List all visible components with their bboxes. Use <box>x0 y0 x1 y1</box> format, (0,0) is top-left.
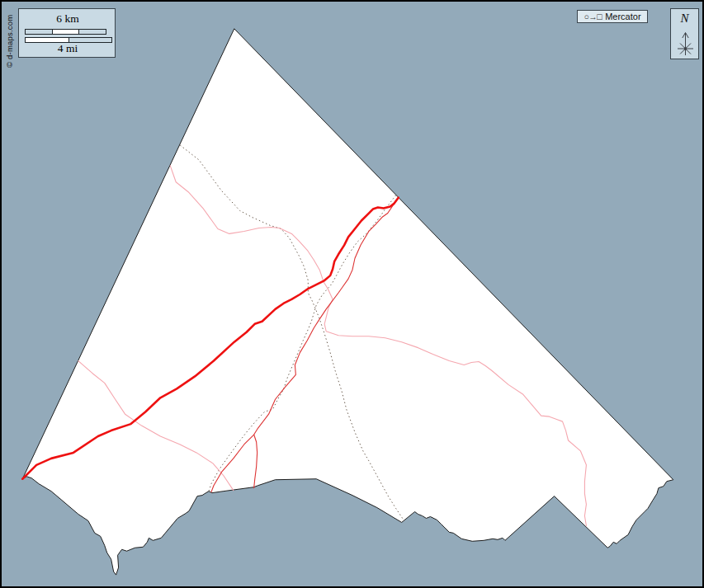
compass-rose-icon <box>671 27 700 59</box>
scale-segment <box>78 30 106 34</box>
compass-box: N <box>670 8 699 59</box>
scale-box: 6 km 4 mi <box>18 8 116 58</box>
projection-box: ○→□ Mercator <box>577 10 648 23</box>
county-outline <box>22 29 673 575</box>
scale-bar-km <box>25 29 106 35</box>
copyright-label: © d-maps.com <box>5 15 14 68</box>
scale-mi-label: 4 mi <box>25 42 111 55</box>
compass-north-label: N <box>671 12 698 26</box>
projection-label: Mercator <box>605 12 640 21</box>
scale-segment <box>26 30 52 34</box>
map-canvas: © d-maps.com 6 km 4 mi ○→□ Mercator N <box>0 0 704 588</box>
scale-km-label: 6 km <box>25 12 111 26</box>
projection-icon: ○→□ <box>584 12 602 21</box>
county-map <box>2 2 702 586</box>
scale-segment <box>52 30 79 34</box>
